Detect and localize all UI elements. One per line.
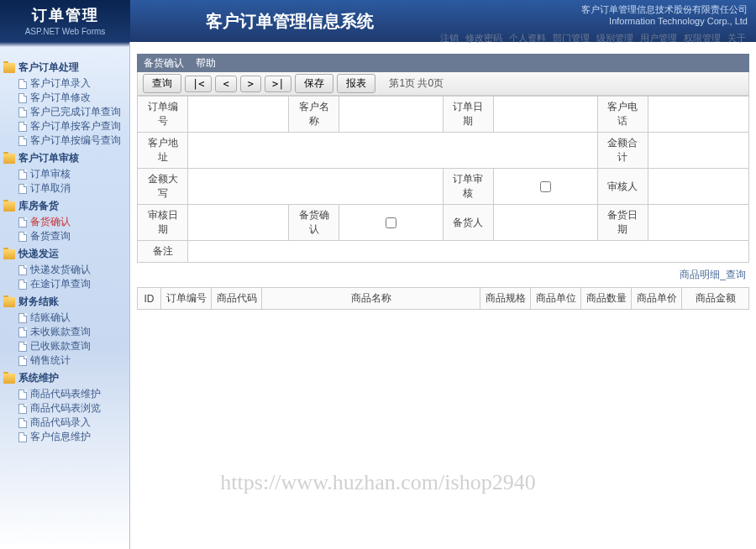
- label-cust-name: 客户名称: [289, 97, 339, 133]
- label-order-date: 订单日期: [443, 97, 493, 133]
- tree-item-5-2[interactable]: 商品代码录入: [18, 416, 126, 430]
- label-review-date: 审核日期: [138, 205, 188, 241]
- tree-item-4-1[interactable]: 未收账款查询: [18, 325, 126, 339]
- tree-item-0-0[interactable]: 客户订单录入: [18, 76, 126, 91]
- detail-col-0: ID: [138, 288, 161, 310]
- tree-item-label: 已收账款查询: [30, 340, 91, 353]
- toolbar: 查询 |< < > >| 保存 报表 第1页 共0页: [137, 72, 749, 96]
- file-icon: [18, 217, 27, 227]
- tree-item-label: 商品代码表维护: [30, 388, 101, 400]
- prev-page-button[interactable]: <: [215, 76, 236, 92]
- order-form: 订单编号 客户名称 订单日期 客户电话 客户地址 金额合计 金额大写 订单审核: [137, 96, 749, 263]
- tree-item-label: 客户订单按客户查询: [30, 120, 121, 133]
- topnav-4[interactable]: 级别管理: [596, 33, 633, 43]
- topnav-5[interactable]: 用户管理: [640, 33, 677, 43]
- detail-col-3: 商品名称: [262, 288, 480, 310]
- tree-item-2-1[interactable]: 备货查询: [18, 229, 126, 243]
- page-info: 第1页 共0页: [389, 76, 444, 91]
- label-amount-total: 金额合计: [597, 133, 648, 169]
- tree-group-3[interactable]: 快递发运: [3, 245, 126, 263]
- topnav-7[interactable]: 关于: [727, 33, 746, 43]
- input-cust-name[interactable]: [344, 108, 438, 120]
- topnav-2[interactable]: 个人资料: [509, 33, 546, 43]
- main-content: 备货确认 帮助 查询 |< < > >| 保存 报表 第1页 共0页 订单编号 …: [130, 42, 756, 549]
- last-page-button[interactable]: >|: [265, 76, 291, 92]
- input-review-date[interactable]: [193, 217, 283, 228]
- detail-col-4: 商品规格: [480, 288, 531, 310]
- detail-bar[interactable]: 商品明细_查询: [137, 263, 749, 287]
- save-button[interactable]: 保存: [295, 74, 333, 93]
- file-icon: [18, 232, 27, 242]
- tree-item-label: 客户信息维护: [30, 431, 91, 443]
- logo-area: 订单管理 ASP.NET Web Forms: [0, 0, 130, 42]
- input-order-date[interactable]: [499, 108, 592, 120]
- tree-group-label: 客户订单审核: [18, 151, 79, 165]
- label-cust-addr: 客户地址: [138, 133, 188, 169]
- tree-item-label: 客户订单录入: [30, 77, 91, 90]
- tree-item-1-1[interactable]: 订单取消: [18, 181, 126, 196]
- file-icon: [18, 184, 27, 194]
- topnav-0[interactable]: 注销: [440, 33, 459, 43]
- corp-line1: 客户订单管理信息技术股份有限责任公司: [581, 3, 748, 15]
- tree-group-label: 系统维护: [18, 371, 59, 385]
- tree-item-5-3[interactable]: 客户信息维护: [18, 430, 126, 444]
- file-icon: [18, 418, 27, 428]
- tree-group-5[interactable]: 系统维护: [3, 369, 126, 387]
- detail-col-6: 商品数量: [581, 288, 632, 310]
- tree-item-4-2[interactable]: 已收账款查询: [18, 339, 126, 353]
- next-page-button[interactable]: >: [240, 76, 261, 92]
- tree-item-0-4[interactable]: 客户订单按编号查询: [18, 133, 126, 148]
- file-icon: [18, 356, 27, 366]
- input-remark[interactable]: [193, 246, 743, 258]
- tree-item-label: 备货查询: [30, 230, 71, 243]
- tree-item-4-0[interactable]: 结账确认: [18, 311, 126, 325]
- corp-info: 客户订单管理信息技术股份有限责任公司 Information Technolog…: [581, 3, 748, 27]
- tree-item-label: 订单取消: [30, 182, 71, 195]
- label-stock-date: 备货日期: [597, 205, 648, 241]
- tree-item-0-1[interactable]: 客户订单修改: [18, 91, 126, 105]
- label-cust-phone: 客户电话: [597, 97, 648, 133]
- tab-help[interactable]: 帮助: [196, 56, 216, 71]
- tree-item-label: 在途订单查询: [30, 278, 91, 290]
- topnav-1[interactable]: 修改密码: [465, 33, 502, 43]
- first-page-button[interactable]: |<: [185, 76, 212, 92]
- input-amount-total[interactable]: [654, 144, 743, 156]
- tree-item-3-0[interactable]: 快递发货确认: [18, 263, 126, 277]
- tree-item-label: 未收账款查询: [30, 326, 91, 338]
- tree-item-2-0[interactable]: 备货确认: [18, 215, 126, 229]
- tree-group-1[interactable]: 客户订单审核: [3, 149, 126, 167]
- report-button[interactable]: 报表: [337, 74, 375, 93]
- tab-bar: 备货确认 帮助: [137, 54, 749, 72]
- tree-item-0-3[interactable]: 客户订单按客户查询: [18, 119, 126, 133]
- query-button[interactable]: 查询: [143, 74, 181, 93]
- detail-header-row: ID订单编号商品代码商品名称商品规格商品单位商品数量商品单价商品金额: [138, 288, 749, 310]
- tree-item-1-0[interactable]: 订单审核: [18, 167, 126, 181]
- tree-item-label: 备货确认: [30, 216, 71, 228]
- file-icon: [18, 313, 27, 323]
- tree-item-3-1[interactable]: 在途订单查询: [18, 277, 126, 291]
- file-icon: [18, 265, 27, 275]
- tree-group-2[interactable]: 库房备货: [3, 197, 126, 215]
- topnav-3[interactable]: 部门管理: [553, 33, 590, 43]
- checkbox-order-review[interactable]: [540, 181, 551, 192]
- input-cust-phone[interactable]: [654, 108, 743, 120]
- file-icon: [18, 280, 27, 290]
- tree-group-4[interactable]: 财务结账: [3, 293, 126, 311]
- tree-item-5-0[interactable]: 商品代码表维护: [18, 387, 126, 401]
- tree-item-5-1[interactable]: 商品代码表浏览: [18, 401, 126, 416]
- tree-item-0-2[interactable]: 客户已完成订单查询: [18, 105, 126, 119]
- tree-group-label: 客户订单处理: [18, 60, 79, 75]
- input-cust-addr[interactable]: [193, 144, 592, 156]
- input-order-no[interactable]: [193, 108, 283, 120]
- input-stock-person[interactable]: [499, 217, 592, 228]
- logo-title: 订单管理: [0, 5, 130, 25]
- tree-item-4-3[interactable]: 销售统计: [18, 353, 126, 368]
- input-reviewer[interactable]: [654, 180, 743, 192]
- topnav-6[interactable]: 权限管理: [684, 33, 721, 43]
- tree-group-0[interactable]: 客户订单处理: [3, 59, 126, 76]
- input-stock-date[interactable]: [654, 217, 743, 228]
- checkbox-stock-confirm[interactable]: [386, 217, 396, 228]
- folder-icon: [3, 201, 15, 212]
- input-amount-cn[interactable]: [193, 180, 438, 192]
- label-reviewer: 审核人: [597, 169, 648, 205]
